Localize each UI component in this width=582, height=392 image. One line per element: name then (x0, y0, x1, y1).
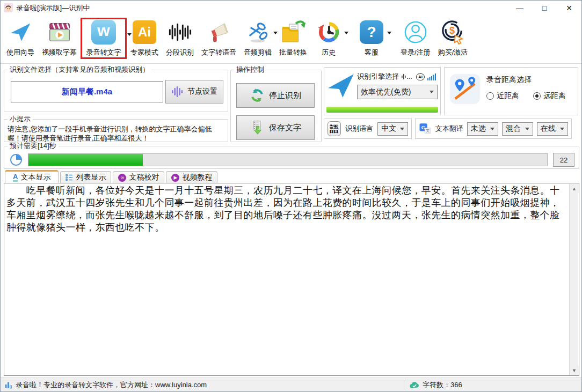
engine-level-bar (326, 107, 438, 113)
language-badge-icon[interactable]: 語 (328, 121, 341, 136)
tab-label: 视频教程 (182, 173, 212, 182)
status-char-count: 字符数：366 (423, 380, 462, 390)
progress-fill (28, 154, 143, 166)
toolbar-item-text-to-speech[interactable]: 文字转语音 (198, 18, 240, 57)
chevron-down-icon (490, 128, 494, 130)
window-title: 录音啦[演示版]—识别中 (16, 3, 90, 13)
radio-near-distance[interactable]: 近距离 (486, 91, 519, 101)
title-bar: 录音啦[演示版]—识别中 — □ ✕ (1, 1, 581, 15)
tip-panel-title: 小提示 (8, 114, 33, 124)
minimize-button[interactable]: — (507, 1, 532, 15)
progress-panel: 预计需要[14]秒 22 (4, 141, 579, 169)
dropdown-caret-icon[interactable] (387, 32, 391, 34)
toolbar-item-support[interactable]: ? 客服 (354, 18, 389, 57)
tip-text: 请注意,您添加了一段手机录音进行识别，转换的文字正确率会偏低喔！请使用录音笔进行… (4, 124, 228, 143)
selected-file-field[interactable]: 新闻早餐.m4a (11, 81, 163, 102)
tab-text-display[interactable]: A 文本显示 (5, 170, 59, 183)
scroll-up-icon[interactable]: ▲ (570, 184, 579, 193)
cloud-check-icon (410, 381, 419, 389)
engine-combobox[interactable]: 效率优先(免费) (357, 85, 438, 99)
main-toolbar: 使用向导 视频取字幕 w 录音转文字 Ai (1, 15, 581, 64)
folder-convert-icon (280, 19, 306, 45)
svg-text:文: 文 (426, 128, 430, 133)
tab-label: 文本显示 (20, 173, 50, 182)
view-tabs: A 文本显示 列表显示 ∞ 文稿校对 ▶ 视频教程 (5, 170, 217, 183)
progress-title: 预计需要[14]秒 (8, 141, 59, 151)
toolbar-label: 购买/激活 (438, 48, 468, 57)
toolbar-item-history[interactable]: 历史 (311, 18, 346, 57)
tab-label: 文稿校对 (129, 173, 159, 182)
distance-title: 录音距离选择 (486, 75, 566, 85)
toolbar-item-audio-clip[interactable]: 音频剪辑 (240, 18, 275, 57)
infinity-icon: ∞ (118, 174, 126, 182)
tab-label: 列表显示 (76, 173, 106, 182)
toolbar-item-usage-wizard[interactable]: 使用向导 (3, 18, 38, 57)
toolbar-label: 文字转语音 (201, 48, 236, 57)
translate-source-combobox[interactable]: 未选 (467, 122, 498, 136)
radio-circle-icon (533, 92, 541, 100)
save-text-label: 保存文字 (269, 123, 301, 133)
toolbar-label: 登录/注册 (401, 48, 431, 57)
tab-list-display[interactable]: 列表显示 (60, 171, 111, 183)
app-window: 录音啦[演示版]—识别中 — □ ✕ 使用向导 (0, 0, 582, 392)
history-clock-icon (316, 19, 341, 45)
language-combobox-value: 中文 (381, 124, 396, 134)
node-settings-button[interactable]: 节点设置 (165, 80, 223, 103)
toolbar-label: 分段识别 (166, 48, 194, 57)
ai-badge-icon: Ai (132, 19, 157, 45)
translate-panel: G 文 文本翻译 未选 混合 在线 (415, 119, 572, 139)
vertical-scrollbar[interactable]: ▲ ▼ (569, 184, 578, 375)
toolbar-item-batch-convert[interactable]: 批量转换 (275, 18, 311, 57)
list-icon (66, 174, 73, 181)
node-waveform-icon (171, 85, 184, 98)
w-badge-icon: w (91, 19, 117, 45)
send-plane-icon (327, 71, 355, 101)
chevron-down-icon (400, 128, 404, 130)
toolbar-label: 音频剪辑 (244, 48, 272, 57)
language-combobox[interactable]: 中文 (377, 122, 408, 136)
refresh-icon (250, 88, 265, 103)
toolbar-label: 专家模式 (130, 48, 158, 57)
tip-panel: 小提示 请注意,您添加了一段手机录音进行识别，转换的文字正确率会偏低喔！请使用录… (4, 114, 228, 142)
radio-far-label: 远距离 (543, 91, 566, 101)
maximize-button[interactable]: □ (532, 1, 557, 15)
tab-video-tutorial[interactable]: ▶ 视频教程 (166, 171, 217, 183)
toolbar-label: 历史 (322, 48, 336, 57)
dropdown-caret-icon[interactable] (344, 32, 348, 34)
toolbar-item-purchase[interactable]: $ 购买/激活 (434, 18, 472, 57)
waveform-icon (167, 19, 193, 45)
status-left-text: 录音啦！专业的录音转文字软件，官方网址：www.luyinla.com (16, 380, 207, 390)
toolbar-item-expert-mode[interactable]: Ai 专家模式 (127, 18, 162, 57)
stop-recognition-button[interactable]: 停止识别 (236, 83, 315, 108)
chevron-down-icon (525, 128, 529, 130)
file-panel-title: 识别文件选择（支持常见的音频和视频识别） (8, 65, 151, 75)
transcript-area: 吃早餐听新闻，各位好今天是十一月十五号星期三，农历九月二十七，译文在上海问候您，… (4, 183, 579, 376)
toolbar-item-login[interactable]: 登录/注册 (397, 18, 434, 57)
chevron-down-icon (430, 91, 434, 93)
translate-mode-combobox[interactable]: 混合 (502, 122, 533, 136)
dollar-circle-icon: $ (440, 19, 465, 45)
translate-icon: G 文 (419, 122, 432, 136)
paper-plane-icon (8, 19, 33, 45)
radio-near-label: 近距离 (497, 91, 519, 101)
transcript-text[interactable]: 吃早餐听新闻，各位好今天是十一月十五号星期三，农历九月二十七，译文在上海问候您，… (6, 184, 569, 374)
toolbar-label: 录音转文字 (86, 48, 121, 57)
close-button[interactable]: ✕ (557, 1, 581, 15)
translate-mode-value: 混合 (506, 124, 521, 134)
scroll-down-icon[interactable]: ▼ (570, 366, 579, 375)
status-bar: 录音啦！专业的录音转文字软件，官方网址：www.luyinla.com 字符数：… (1, 378, 581, 391)
radio-far-distance[interactable]: 远距离 (533, 91, 566, 101)
tab-proofread[interactable]: ∞ 文稿校对 (113, 171, 164, 183)
save-text-button[interactable]: 保存文字 (236, 115, 315, 140)
toolbar-item-segment-recognition[interactable]: 分段识别 (162, 18, 198, 57)
toolbar-item-video-subtitle[interactable]: 视频取字幕 (38, 18, 81, 57)
question-badge-icon: ? (359, 19, 384, 45)
toolbar-item-audio-to-text[interactable]: w 录音转文字 (81, 18, 127, 59)
control-panel-title: 操作控制 (234, 65, 266, 75)
toolbar-label: 客服 (365, 48, 379, 57)
ai-engine-icon: AI (416, 73, 425, 80)
map-pins-icon (450, 74, 480, 104)
node-settings-label: 节点设置 (187, 87, 217, 97)
distance-panel: 录音距离选择 近距离 远距离 (444, 67, 578, 115)
translate-online-combobox[interactable]: 在线 (537, 122, 568, 136)
